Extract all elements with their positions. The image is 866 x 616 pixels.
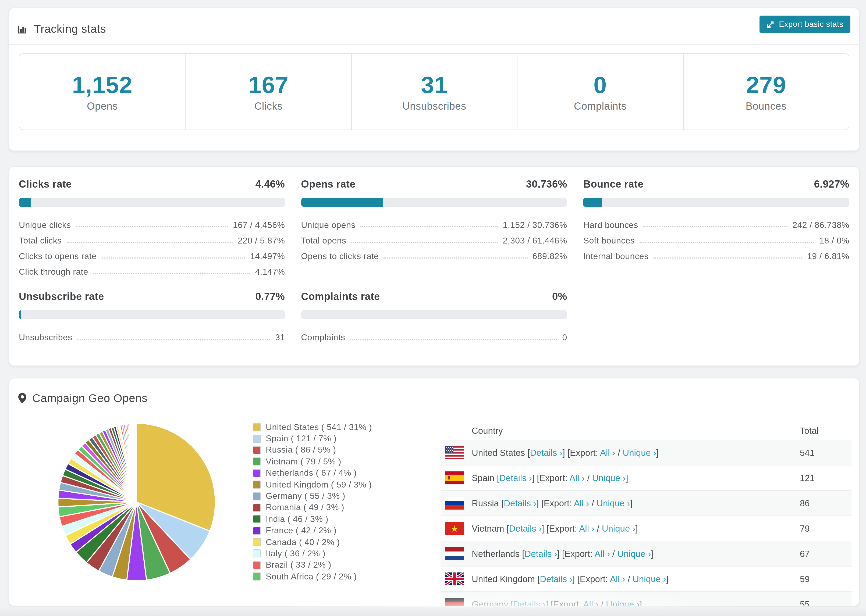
legend-item: Russia ( 86 / 5% ) (253, 445, 372, 456)
rate-progress-bar (301, 310, 567, 319)
rate-detail-row: Complaints 0 (301, 327, 567, 343)
stat-value: 1,152 (72, 71, 132, 98)
country-flag-icon (445, 572, 464, 585)
legend-swatch (253, 561, 261, 569)
legend-label: Romania ( 49 / 3% ) (266, 503, 344, 512)
rate-title: Opens rate (301, 178, 356, 190)
details-link[interactable]: Details › (509, 523, 542, 533)
rate-progress-fill (301, 198, 383, 207)
export-unique-link[interactable]: Unique › (597, 498, 630, 508)
details-link[interactable]: Details › (524, 548, 557, 558)
details-link[interactable]: Details › (513, 599, 546, 606)
tracking-stats-title: Tracking stats (18, 22, 106, 35)
legend-label: Brazil ( 33 / 2% ) (266, 560, 331, 570)
rate-progress-bar (583, 198, 849, 207)
export-all-link[interactable]: All › (610, 574, 625, 583)
export-button-label: Export basic stats (779, 20, 843, 28)
rate-row-value: 19 / 6.81% (807, 251, 849, 261)
legend-label: Vietnam ( 79 / 5% ) (266, 457, 341, 467)
country-flag-icon (445, 598, 464, 606)
geo-table: Country Total United States [Details ›] … (441, 421, 852, 606)
table-row: Russia [Details ›] [Export: All › / Uniq… (441, 490, 852, 515)
legend-item: Canada ( 40 / 2% ) (253, 536, 372, 548)
details-link[interactable]: Details › (540, 574, 572, 583)
stat-cell: 1,152 Opens (19, 54, 185, 130)
country-cell: United Kingdom [Details ›] [Export: All … (472, 574, 669, 584)
geo-table-header: Country Total (441, 421, 852, 440)
rate-row-label: Unsubscribes (19, 333, 72, 343)
dotted-leader (639, 242, 814, 243)
rate-title: Clicks rate (19, 178, 72, 190)
export-unique-link[interactable]: Unique › (617, 548, 651, 558)
country-cell: Germany [Details ›] [Export: All › / Uni… (472, 599, 642, 606)
export-unique-link[interactable]: Unique › (606, 599, 639, 606)
export-unique-link[interactable]: Unique › (592, 473, 626, 482)
rate-row-label: Unique opens (301, 220, 355, 230)
export-all-link[interactable]: All › (574, 498, 589, 508)
export-unique-link[interactable]: Unique › (623, 448, 656, 457)
stats-row: 1,152 Opens 167 Clicks 31 Unsubscribes 0… (19, 53, 849, 130)
legend-swatch (253, 526, 261, 534)
dotted-leader (93, 273, 250, 274)
table-row: Germany [Details ›] [Export: All › / Uni… (441, 591, 852, 606)
stat-value: 279 (746, 71, 786, 98)
rate-detail-row: Internal bounces 19 / 6.81% (583, 246, 849, 261)
legend-item: Spain ( 121 / 7% ) (253, 433, 372, 445)
rates-grid: Clicks rate 4.46% Unique clicks 167 / 4.… (9, 167, 859, 354)
table-row: United States [Details ›] [Export: All ›… (441, 440, 852, 465)
export-all-link[interactable]: All › (600, 448, 615, 457)
legend-label: Netherlands ( 67 / 4% ) (266, 468, 357, 478)
stat-value: 31 (421, 71, 448, 98)
legend-label: Russia ( 86 / 5% ) (266, 445, 336, 455)
table-row: Vietnam [Details ›] [Export: All › / Uni… (441, 515, 852, 541)
legend-item: South Africa ( 29 / 2% ) (253, 571, 372, 582)
stat-cell: 0 Complaints (517, 54, 683, 130)
dotted-leader (101, 258, 245, 259)
total-cell: 59 (800, 574, 852, 584)
rate-detail-row: Clicks to opens rate 14.497% (19, 246, 285, 261)
legend-swatch (253, 435, 261, 443)
legend-swatch (253, 550, 261, 558)
total-cell: 67 (800, 548, 852, 559)
stat-label: Complaints (574, 100, 627, 112)
stat-cell: 31 Unsubscribes (351, 54, 517, 130)
legend-label: France ( 42 / 2% ) (266, 526, 337, 535)
export-unique-link[interactable]: Unique › (633, 574, 666, 583)
rate-section-opens: Opens rate 30.736% Unique opens 1,152 / … (301, 178, 567, 277)
rate-progress-fill (19, 198, 31, 207)
export-all-link[interactable]: All › (595, 548, 610, 558)
legend-item: Netherlands ( 67 / 4% ) (253, 467, 372, 479)
stat-label: Opens (87, 100, 118, 112)
tracking-stats-title-text: Tracking stats (34, 22, 106, 35)
rate-row-label: Complaints (301, 333, 345, 343)
dotted-leader (67, 242, 233, 243)
details-link[interactable]: Details › (499, 473, 532, 482)
export-all-link[interactable]: All › (579, 523, 594, 533)
rate-progress-bar (301, 198, 567, 207)
rate-detail-row: Click through rate 4.147% (19, 261, 285, 277)
country-cell: Spain [Details ›] [Export: All › / Uniqu… (472, 473, 628, 483)
rate-detail-row: Unique opens 1,152 / 30.736% (301, 214, 567, 230)
export-unique-link[interactable]: Unique › (602, 523, 636, 533)
stat-cell: 279 Bounces (683, 54, 849, 130)
country-cell: United States [Details ›] [Export: All ›… (472, 448, 659, 458)
rate-row-value: 220 / 5.87% (238, 236, 285, 246)
rate-value: 4.46% (255, 178, 285, 190)
country-flag-icon (445, 522, 464, 535)
rate-row-value: 31 (275, 333, 285, 343)
total-cell: 541 (800, 448, 852, 458)
legend-label: Italy ( 36 / 2% ) (266, 549, 326, 558)
stat-value: 0 (594, 71, 607, 98)
export-basic-stats-button[interactable]: Export basic stats (759, 16, 850, 33)
dotted-leader (653, 258, 802, 259)
geo-title: Campaign Geo Opens (18, 392, 148, 405)
total-column-header: Total (800, 426, 852, 436)
details-link[interactable]: Details › (530, 448, 563, 457)
rate-section-unsubscribe: Unsubscribe rate 0.77% Unsubscribes 31 (19, 291, 285, 343)
rate-row-label: Internal bounces (583, 251, 649, 261)
export-all-link[interactable]: All › (583, 599, 599, 606)
rate-row-value: 167 / 4.456% (233, 220, 285, 230)
legend-swatch (253, 573, 261, 581)
details-link[interactable]: Details › (504, 498, 536, 508)
export-all-link[interactable]: All › (569, 473, 585, 482)
